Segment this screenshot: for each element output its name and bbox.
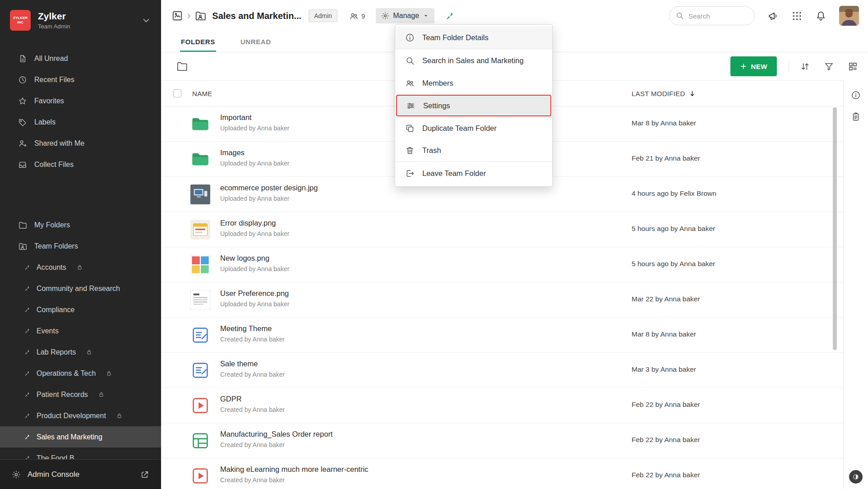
sidebar-pinned-label: Compliance [37, 306, 74, 314]
team-logo: ZYLKER INC [10, 10, 31, 31]
team-switcher[interactable]: ZYLKER INC Zylker Team Admin [0, 0, 161, 41]
sidebar-pinned-item[interactable]: Events [0, 320, 161, 341]
sidebar-item-label: All Unread [34, 55, 68, 63]
sidebar-item-icon [18, 75, 27, 84]
file-row-text: Sale theme Created by Anna baker [220, 360, 285, 378]
file-subtext: Uploaded by Anna baker [220, 265, 289, 272]
menu-item[interactable]: Duplicate Team Folder [395, 117, 552, 139]
file-row[interactable]: Error display.png Uploaded by Anna baker… [161, 212, 843, 247]
tab[interactable]: UNREAD [240, 32, 271, 52]
menu-item-icon [406, 101, 416, 111]
file-modified: 4 hours ago by Felix Brown [632, 189, 716, 198]
sidebar-item[interactable]: Labels [0, 111, 161, 133]
announcements-button[interactable] [767, 10, 779, 22]
menu-item[interactable]: Settings [396, 95, 551, 116]
lock-icon [106, 370, 112, 377]
sidebar-item[interactable]: Favorites [0, 90, 161, 111]
sidebar-pinned-item[interactable]: Compliance [0, 299, 161, 320]
menu-item-icon [405, 78, 415, 88]
menu-item-label: Settings [423, 101, 450, 110]
file-type-icon [190, 431, 210, 451]
manage-button[interactable]: Manage [376, 8, 434, 23]
file-name: Making eLearning much more learner-centr… [220, 465, 368, 474]
members-button[interactable]: 9 [349, 11, 365, 21]
activity-panel-button[interactable] [851, 112, 861, 122]
file-subtext: Uploaded by Anna baker [220, 195, 318, 202]
user-avatar[interactable] [839, 6, 859, 26]
sidebar-item[interactable]: Recent Files [0, 69, 161, 90]
current-folder-icon[interactable] [176, 60, 188, 72]
file-modified: Mar 8 by Anna baker [632, 119, 696, 127]
sidebar-pinned-item[interactable]: Operations & Tech [0, 363, 161, 384]
column-last-modified[interactable]: LAST MODIFIED [632, 90, 696, 97]
theme-toggle-button[interactable] [849, 470, 863, 484]
view-toggle-button[interactable] [848, 61, 858, 72]
breadcrumb-teamfolder-icon[interactable] [194, 10, 206, 22]
admin-console-button[interactable]: Admin Console [0, 459, 161, 489]
apps-grid-button[interactable] [791, 10, 803, 22]
vertical-scrollbar[interactable] [833, 107, 837, 350]
lock-icon [76, 264, 83, 271]
pin-button[interactable] [444, 11, 454, 21]
file-type-icon [190, 325, 210, 345]
file-subtext: Created by Anna baker [220, 336, 285, 343]
menu-item[interactable]: Team Folder Details [395, 27, 552, 49]
file-row[interactable]: User Preference.png Uploaded by Anna bak… [161, 282, 843, 318]
file-row[interactable]: New logos.png Uploaded by Anna baker 5 h… [161, 247, 843, 282]
file-name: New logos.png [220, 254, 289, 263]
file-name: Manufacturing_Sales Order report [220, 430, 332, 438]
file-row-text: Making eLearning much more learner-centr… [220, 465, 368, 484]
file-modified: Mar 3 by Anna baker [632, 365, 696, 374]
pin-icon [23, 434, 30, 440]
sidebar-item[interactable]: Shared with Me [0, 133, 161, 154]
sidebar-item[interactable]: Collect Files [0, 154, 161, 175]
chevron-down-icon[interactable] [141, 15, 151, 25]
sort-button[interactable] [800, 61, 810, 72]
topbar-right [669, 6, 859, 26]
file-subtext: Created by Anna baker [220, 441, 332, 448]
file-modified: Feb 22 by Anna baker [632, 436, 700, 444]
sidebar-pinned-item[interactable]: Accounts [0, 257, 161, 278]
menu-item[interactable]: Leave Team Folder [395, 162, 552, 185]
sidebar-item[interactable]: My Folders [0, 214, 161, 235]
team-role: Team Admin [38, 23, 134, 30]
file-row[interactable]: Making eLearning much more learner-centr… [161, 458, 843, 489]
sidebar-item[interactable]: Team Folders [0, 235, 161, 257]
pin-icon [23, 328, 30, 334]
new-button[interactable]: NEW [730, 56, 777, 76]
file-row[interactable]: Meeting Theme Created by Anna baker Mar … [161, 318, 843, 353]
file-subtext: Uploaded by Anna baker [220, 160, 289, 167]
menu-item[interactable]: Trash [395, 139, 552, 162]
page-title: Sales and Marketin... [212, 11, 301, 21]
sidebar-item-icon [18, 221, 27, 230]
details-panel-button[interactable] [851, 90, 861, 100]
right-rail [843, 80, 868, 489]
sidebar-pinned-item[interactable]: Lab Reports [0, 341, 161, 363]
sidebar-item[interactable]: All Unread [0, 48, 161, 69]
notifications-button[interactable] [815, 10, 826, 22]
sidebar-item-icon [18, 139, 27, 148]
filter-button[interactable] [824, 61, 834, 72]
column-name[interactable]: NAME [192, 90, 212, 97]
file-name: Sale theme [220, 360, 285, 368]
pin-icon [23, 349, 30, 355]
file-row[interactable]: Sale theme Created by Anna baker Mar 3 b… [161, 353, 843, 388]
members-count: 9 [361, 12, 365, 20]
sidebar-pinned-label: Community and Research [37, 285, 120, 293]
file-row[interactable]: GDPR Created by Anna baker Feb 22 by Ann… [161, 388, 843, 423]
sidebar-pinned-item[interactable]: Patient Records [0, 384, 161, 405]
menu-item[interactable]: Search in Sales and Marketing [395, 49, 552, 72]
file-type-icon [190, 396, 210, 415]
sidebar-pinned-item[interactable]: Product Development [0, 405, 161, 426]
sidebar-pinned-label: Accounts [37, 263, 66, 272]
tab-label: UNREAD [240, 38, 271, 46]
file-name: Images [220, 148, 289, 157]
sidebar-pinned-item[interactable]: Sales and Marketing [0, 426, 161, 447]
file-name: Important [220, 113, 289, 122]
breadcrumb-root-icon[interactable] [171, 10, 183, 22]
file-row[interactable]: Manufacturing_Sales Order report Created… [161, 423, 843, 458]
select-all-checkbox[interactable] [173, 89, 181, 97]
tab[interactable]: FOLDERS [181, 32, 215, 52]
menu-item[interactable]: Members [395, 72, 552, 94]
sidebar-pinned-item[interactable]: Community and Research [0, 278, 161, 299]
